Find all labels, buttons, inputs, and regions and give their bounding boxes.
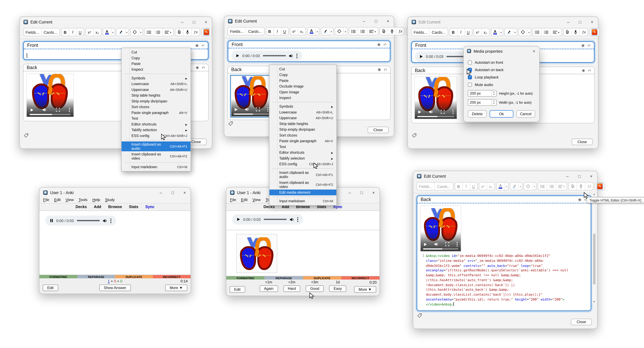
minimize-icon[interactable]: – bbox=[176, 17, 188, 27]
fields-button[interactable]: Fields... bbox=[417, 183, 434, 190]
field-scrollbar[interactable]: ▲ ▼ bbox=[592, 193, 596, 303]
more-options-icon[interactable] bbox=[267, 107, 269, 112]
menu-item-uppercase[interactable]: UppercaseAlt+Shift+U bbox=[270, 115, 336, 121]
highlight-button[interactable] bbox=[321, 28, 329, 35]
record-audio-button[interactable] bbox=[571, 28, 580, 36]
bold-button[interactable]: B bbox=[266, 28, 273, 35]
equations-button[interactable]: ƒx bbox=[580, 28, 588, 36]
menu-file[interactable]: File bbox=[43, 198, 49, 202]
menu-edit[interactable]: Edit bbox=[241, 198, 248, 202]
cards-button[interactable]: Cards... bbox=[429, 28, 448, 36]
edit-button[interactable]: Edit bbox=[230, 286, 245, 293]
superscript-button[interactable]: x² bbox=[290, 28, 298, 35]
tags-icon[interactable] bbox=[412, 133, 416, 138]
audio-player[interactable]: 0:00 / 0:03 bbox=[232, 214, 303, 225]
highlight-button[interactable] bbox=[116, 28, 125, 36]
close-icon[interactable]: × bbox=[368, 188, 380, 197]
maximize-icon[interactable]: □ bbox=[370, 16, 382, 26]
fullscreen-icon[interactable] bbox=[445, 242, 450, 246]
more-button[interactable]: More ▼ bbox=[165, 285, 187, 291]
superscript-button[interactable]: x² bbox=[86, 28, 93, 36]
volume-icon[interactable] bbox=[429, 110, 433, 114]
close-icon[interactable]: × bbox=[529, 47, 540, 56]
heart-video[interactable] bbox=[231, 76, 272, 117]
close-button[interactable]: Close bbox=[571, 319, 592, 325]
menu-item-tablify-selection[interactable]: Tablify selection▶ bbox=[270, 155, 336, 161]
play-icon[interactable] bbox=[418, 110, 422, 114]
menu-item-input-markdown[interactable]: Input markdownCtrl+M bbox=[270, 198, 336, 204]
equations-button[interactable]: ƒx bbox=[191, 28, 200, 36]
heart-video[interactable] bbox=[414, 76, 457, 119]
menu-item-lowercase[interactable]: LowercaseAlt+Shift+L bbox=[270, 109, 336, 115]
menu-item-insert-clipboard-as-audio[interactable]: Insert clipboard as audioCtrl+Alt+F1 bbox=[122, 141, 190, 151]
checkbox-mute-audio[interactable] bbox=[468, 83, 472, 87]
text-color-button[interactable]: A bbox=[496, 183, 504, 190]
scroll-up-icon[interactable]: ▲ bbox=[593, 193, 595, 195]
sticky-icon[interactable]: ◉ bbox=[582, 69, 585, 72]
menu-item-editor-shortcuts[interactable]: Editor shortcuts▶ bbox=[122, 121, 190, 127]
sticky-icon[interactable]: ◉ bbox=[195, 43, 198, 47]
remove-formatting-dropdown[interactable]: ▾ bbox=[527, 28, 531, 36]
seek-bar[interactable] bbox=[263, 55, 286, 56]
italic-button[interactable]: I bbox=[457, 28, 464, 36]
menu-item-symbols[interactable]: Symbols▶ bbox=[270, 104, 336, 109]
numbered-list-button[interactable] bbox=[546, 183, 556, 190]
close-button[interactable]: Close bbox=[572, 138, 593, 145]
underline-button[interactable]: U bbox=[464, 28, 472, 36]
seek-bar[interactable] bbox=[264, 219, 286, 220]
video-progress-bar[interactable] bbox=[417, 116, 454, 117]
html-source-editor[interactable]: 1 &nbsp;<video id="im-media-06949f4c-cc0… bbox=[420, 254, 588, 307]
bullet-list-button[interactable] bbox=[538, 183, 546, 190]
alignment-button-dropdown[interactable]: ▾ bbox=[374, 30, 376, 33]
menu-view[interactable]: View bbox=[252, 198, 261, 202]
more-options-icon[interactable] bbox=[297, 217, 298, 222]
menu-item-insert-clipboard-as-video[interactable]: Insert clipboard as videoCtrl+Alt+F2 bbox=[270, 180, 336, 190]
nav-add[interactable]: Add bbox=[94, 205, 101, 209]
nav-decks[interactable]: Decks bbox=[76, 205, 87, 209]
show-answer-button[interactable]: Show Answer bbox=[99, 285, 131, 291]
more-options-icon[interactable] bbox=[68, 107, 70, 112]
answer-good-button[interactable]: Good bbox=[306, 285, 324, 292]
heart-video[interactable] bbox=[420, 206, 461, 252]
bullet-list-button[interactable] bbox=[144, 28, 153, 36]
volume-icon[interactable] bbox=[289, 217, 294, 222]
menu-item-inspect[interactable]: Inspect bbox=[270, 95, 336, 101]
media-addon-button[interactable]: ✎ bbox=[590, 28, 600, 36]
numbered-list-button[interactable] bbox=[153, 28, 162, 36]
more-options-icon[interactable] bbox=[110, 218, 112, 223]
remove-formatting-button[interactable] bbox=[130, 28, 139, 36]
bold-button[interactable]: B bbox=[450, 28, 457, 36]
menu-item-strip-empty-div-p-span[interactable]: Strip empty div/p/span bbox=[270, 127, 336, 132]
html-source[interactable]: &nbsp;<video id="im-media-06949f4c-cc02-… bbox=[426, 254, 588, 307]
minimize-icon[interactable]: – bbox=[562, 17, 574, 27]
close-icon[interactable]: × bbox=[586, 17, 598, 27]
width-input[interactable]: 200 px▲▼ bbox=[468, 99, 496, 106]
numbered-list-button[interactable] bbox=[541, 28, 550, 36]
underline-button[interactable]: U bbox=[470, 183, 477, 190]
highlight-dropdown[interactable]: ▾ bbox=[513, 28, 517, 36]
volume-icon[interactable] bbox=[288, 54, 293, 58]
alignment-button-dropdown[interactable]: ▾ bbox=[564, 185, 565, 188]
tags-icon[interactable] bbox=[228, 121, 233, 126]
close-button[interactable]: Close bbox=[368, 127, 388, 133]
maximize-icon[interactable]: □ bbox=[574, 17, 586, 27]
checkbox-loop-playback[interactable] bbox=[468, 75, 472, 79]
play-icon[interactable] bbox=[424, 242, 427, 246]
menu-help[interactable]: Help bbox=[92, 198, 100, 202]
attachment-button[interactable] bbox=[175, 28, 183, 36]
menu-item-copy[interactable]: Copy bbox=[122, 55, 190, 61]
menu-item-sort-clozes[interactable]: Sort clozes bbox=[122, 104, 190, 110]
cards-button[interactable]: Cards... bbox=[246, 28, 264, 35]
play-icon[interactable] bbox=[236, 54, 240, 58]
media-addon-button[interactable]: ✎ bbox=[595, 183, 605, 190]
menu-item-occlude-image[interactable]: Occlude Image bbox=[270, 83, 336, 89]
sticky-icon[interactable]: ◉ bbox=[378, 68, 381, 71]
alignment-button[interactable]: ▾ bbox=[550, 28, 561, 36]
text-color-button[interactable]: A bbox=[103, 28, 111, 36]
menu-study[interactable]: Study bbox=[105, 198, 115, 202]
heart-video[interactable] bbox=[26, 74, 74, 117]
video-progress-bar[interactable] bbox=[30, 114, 71, 115]
minimize-icon[interactable]: – bbox=[562, 171, 574, 181]
menu-item-strip-table-heights[interactable]: Strip table heights bbox=[122, 92, 190, 98]
tags-icon[interactable] bbox=[417, 313, 422, 318]
